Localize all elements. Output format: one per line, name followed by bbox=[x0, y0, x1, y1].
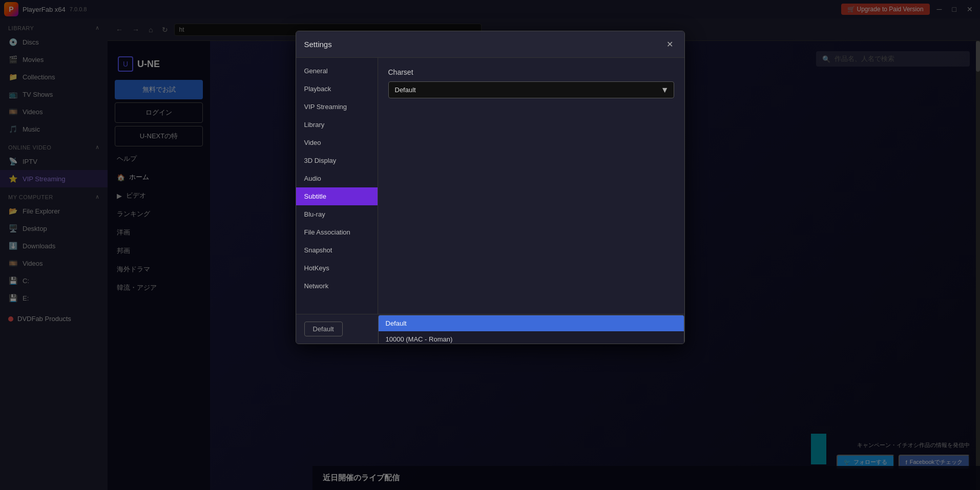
settings-title: Settings bbox=[304, 40, 332, 49]
charset-select-wrapper: Default ▼ bbox=[388, 81, 674, 98]
settings-nav: General Playback VIP Streaming Library V… bbox=[296, 58, 378, 314]
settings-nav-subtitle[interactable]: Subtitle bbox=[296, 187, 378, 205]
dropdown-item-default[interactable]: Default bbox=[379, 315, 684, 331]
settings-nav-hotkeys[interactable]: HotKeys bbox=[296, 259, 378, 277]
settings-nav-blu-ray[interactable]: Blu-ray bbox=[296, 205, 378, 223]
charset-label: Charset bbox=[388, 68, 674, 76]
settings-nav-3d-display[interactable]: 3D Display bbox=[296, 152, 378, 169]
settings-content: Charset Default ▼ Default 10000 (MAC - R… bbox=[378, 58, 684, 314]
dropdown-item-10000[interactable]: 10000 (MAC - Roman) bbox=[379, 331, 684, 344]
settings-nav-vip-streaming[interactable]: VIP Streaming bbox=[296, 98, 378, 116]
settings-body: General Playback VIP Streaming Library V… bbox=[296, 58, 684, 314]
settings-nav-playback[interactable]: Playback bbox=[296, 80, 378, 98]
charset-dropdown: Default 10000 (MAC - Roman) 10001 (MAC -… bbox=[378, 315, 684, 344]
settings-close-button[interactable]: ✕ bbox=[663, 38, 676, 50]
modal-overlay: Settings ✕ General Playback VIP Streamin… bbox=[0, 0, 980, 490]
settings-nav-general[interactable]: General bbox=[296, 62, 378, 80]
settings-nav-library[interactable]: Library bbox=[296, 116, 378, 134]
settings-nav-video[interactable]: Video bbox=[296, 134, 378, 152]
charset-select[interactable]: Default bbox=[388, 81, 674, 98]
settings-dialog: Settings ✕ General Playback VIP Streamin… bbox=[296, 31, 685, 344]
settings-nav-snapshot[interactable]: Snapshot bbox=[296, 241, 378, 259]
settings-header: Settings ✕ bbox=[296, 31, 684, 58]
settings-nav-file-association[interactable]: File Association bbox=[296, 223, 378, 241]
default-button[interactable]: Default bbox=[304, 322, 343, 336]
settings-nav-audio[interactable]: Audio bbox=[296, 169, 378, 187]
settings-nav-network[interactable]: Network bbox=[296, 277, 378, 295]
